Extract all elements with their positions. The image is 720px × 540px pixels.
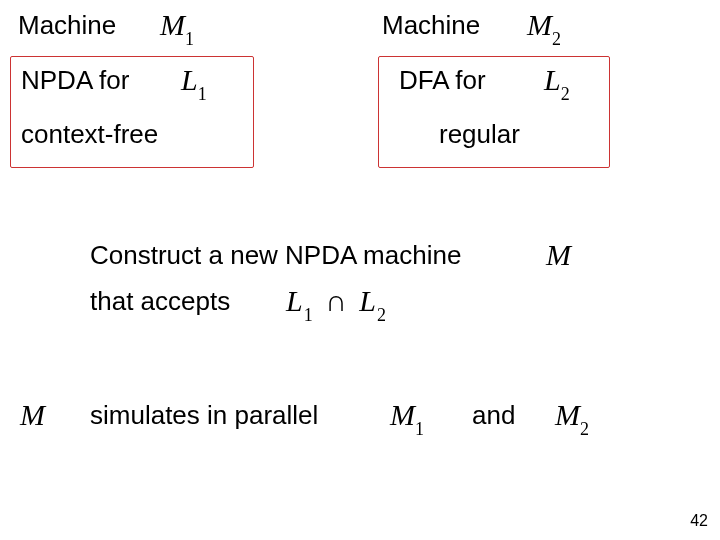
bottom-M1: M1 [390, 398, 424, 437]
math-L1-sub: 1 [304, 305, 314, 325]
npda-for-label: NPDA for [21, 65, 129, 96]
dfa-lang-symbol: L2 [544, 63, 570, 102]
regular-label: regular [439, 119, 520, 150]
bottom-M: M [20, 398, 45, 432]
math-L2-sub: 2 [377, 305, 387, 325]
math-M: M [390, 398, 415, 431]
math-sub-2: 2 [552, 29, 561, 49]
math-L2-L: L [359, 284, 377, 317]
math-M: M [527, 8, 552, 41]
construct-line1: Construct a new NPDA machine [90, 240, 461, 271]
construct-new-machine-M: M [546, 238, 571, 272]
math-M: M [555, 398, 580, 431]
cap-symbol: ∩ [322, 284, 351, 317]
and-label: and [472, 400, 515, 431]
math-L: L [181, 63, 198, 96]
page-number: 42 [690, 512, 708, 530]
dfa-for-label: DFA for [399, 65, 486, 96]
that-accepts-label: that accepts [90, 286, 230, 317]
math-sub-2: 2 [561, 84, 570, 104]
intersection-expr: L1 ∩ L2 [286, 284, 387, 323]
bottom-M2: M2 [555, 398, 589, 437]
context-free-label: context-free [21, 119, 158, 150]
math-sub-1: 1 [415, 419, 424, 439]
machine-left-symbol: M1 [160, 8, 194, 47]
machine-left-label: Machine [18, 10, 116, 41]
math-M: M [160, 8, 185, 41]
npda-lang-symbol: L1 [181, 63, 207, 102]
npda-box: NPDA for L1 context-free [10, 56, 254, 168]
math-L: L [544, 63, 561, 96]
math-sub-1: 1 [185, 29, 194, 49]
math-sub-2: 2 [580, 419, 589, 439]
math-sub-1: 1 [198, 84, 207, 104]
dfa-box: DFA for L2 regular [378, 56, 610, 168]
simulates-label: simulates in parallel [90, 400, 318, 431]
math-L1-L: L [286, 284, 304, 317]
machine-right-label: Machine [382, 10, 480, 41]
machine-right-symbol: M2 [527, 8, 561, 47]
